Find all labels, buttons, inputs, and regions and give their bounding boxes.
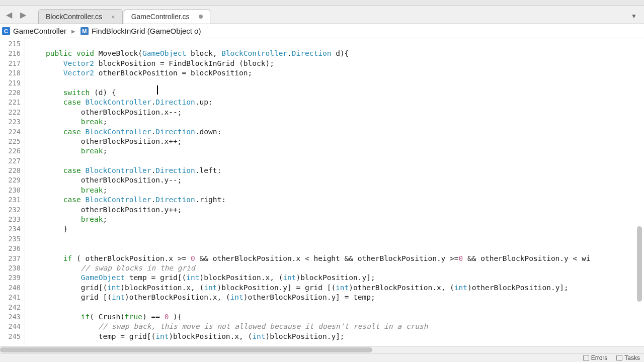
code-line: public void MoveBlock(GameObject block, …: [25, 49, 644, 58]
line-number: 231: [0, 195, 25, 205]
line-number: 225: [0, 137, 25, 146]
class-icon: C: [2, 27, 10, 35]
code-line: otherBlockPosition.x++;: [25, 137, 644, 146]
code-line: [25, 156, 644, 166]
line-gutter: 2152162172182192202212222232242252262272…: [0, 38, 25, 346]
line-number: 215: [0, 39, 25, 49]
code-line: otherBlockPosition.y++;: [25, 205, 644, 215]
line-number: 239: [0, 273, 25, 283]
code-line: }: [25, 224, 644, 234]
code-line: case BlockController.Direction.left:: [25, 166, 644, 175]
chevron-right-icon: ▸: [71, 27, 75, 36]
breadcrumb: C GameController ▸ M FindBlockInGrid (Ga…: [0, 24, 644, 38]
vertical-scrollbar[interactable]: [637, 40, 642, 337]
nav-forward-icon[interactable]: ▶: [16, 8, 30, 22]
tab-gamecontroller[interactable]: GameController.cs: [124, 9, 210, 24]
tab-bar: BlockController.cs × GameController.cs: [38, 9, 631, 24]
nav-back-icon[interactable]: ◀: [2, 8, 16, 22]
code-line: if( Crush(true) == 0 ){: [25, 312, 644, 322]
code-line: Vector2 blockPosition = FindBlockInGrid …: [25, 59, 644, 68]
scrollbar-thumb[interactable]: [0, 347, 372, 352]
line-number: 229: [0, 175, 25, 185]
line-number: 227: [0, 156, 25, 166]
tasks-icon: [616, 355, 622, 361]
line-number: 230: [0, 186, 25, 195]
line-number: 223: [0, 117, 25, 127]
breadcrumb-class[interactable]: GameController: [13, 27, 66, 35]
code-line: break;: [25, 215, 644, 224]
line-number: 234: [0, 224, 25, 234]
line-number: 238: [0, 263, 25, 273]
line-number: 243: [0, 312, 25, 322]
tab-label: BlockController.cs: [46, 13, 102, 21]
code-line: case BlockController.Direction.up:: [25, 98, 644, 107]
errors-icon: [583, 355, 589, 361]
code-line: grid [(int)otherBlockPosition.x, (int)ot…: [25, 293, 644, 302]
tab-label: GameController.cs: [131, 13, 190, 21]
line-number: 237: [0, 254, 25, 263]
nav-row: ◀ ▶ BlockController.cs × GameController.…: [0, 6, 644, 24]
line-number: 221: [0, 98, 25, 107]
code-editor[interactable]: 2152162172182192202212222232242252262272…: [0, 38, 644, 346]
method-icon: M: [80, 27, 89, 35]
code-line: break;: [25, 186, 644, 195]
code-line: [25, 234, 644, 244]
line-number: 236: [0, 244, 25, 253]
code-line: [25, 39, 644, 49]
code-line: otherBlockPosition.x--;: [25, 108, 644, 117]
text-cursor: [157, 85, 158, 95]
code-area[interactable]: public void MoveBlock(GameObject block, …: [25, 38, 644, 346]
code-line: GameObject temp = grid[(int)blockPositio…: [25, 273, 644, 283]
status-tasks[interactable]: Tasks: [616, 354, 640, 361]
code-line: if ( otherBlockPosition.x >= 0 && otherB…: [25, 254, 644, 263]
status-label: Tasks: [624, 354, 640, 361]
window-top-strip: [0, 0, 644, 6]
line-number: 240: [0, 283, 25, 293]
line-number: 245: [0, 332, 25, 341]
breadcrumb-method[interactable]: FindBlockInGrid (GameObject o): [92, 27, 201, 35]
line-number: 217: [0, 59, 25, 68]
code-line: [25, 244, 644, 253]
line-number: 235: [0, 234, 25, 244]
line-number: 226: [0, 146, 25, 156]
code-line: break;: [25, 146, 644, 156]
tab-blockcontroller[interactable]: BlockController.cs ×: [38, 9, 123, 24]
line-number: 244: [0, 322, 25, 331]
status-label: Errors: [591, 354, 608, 361]
line-number: 232: [0, 205, 25, 215]
dirty-indicator-icon: [199, 15, 203, 19]
horizontal-scrollbar[interactable]: [0, 346, 644, 353]
code-line: [25, 78, 644, 88]
line-number: 224: [0, 127, 25, 137]
status-bar: Errors Tasks: [0, 353, 644, 362]
line-number: 220: [0, 88, 25, 98]
line-number: 241: [0, 293, 25, 302]
code-line: temp = grid[(int)blockPosition.x, (int)b…: [25, 332, 644, 341]
line-number: 222: [0, 108, 25, 117]
tab-overflow-icon[interactable]: ▼: [631, 13, 637, 20]
status-errors[interactable]: Errors: [583, 354, 608, 361]
code-line: otherBlockPosition.y--;: [25, 175, 644, 185]
line-number: 216: [0, 49, 25, 58]
line-number: 218: [0, 68, 25, 78]
code-line: switch (d) {: [25, 88, 644, 98]
code-line: // swap blocks in the grid: [25, 263, 644, 273]
code-line: grid[(int)blockPosition.x, (int)blockPos…: [25, 283, 644, 293]
close-icon[interactable]: ×: [111, 13, 115, 21]
line-number: 219: [0, 78, 25, 88]
line-number: 242: [0, 303, 25, 312]
scrollbar-thumb[interactable]: [637, 226, 642, 302]
line-number: 233: [0, 215, 25, 224]
code-line: [25, 303, 644, 312]
code-line: // swap back, this move is not allowed b…: [25, 322, 644, 331]
code-line: case BlockController.Direction.right:: [25, 195, 644, 205]
code-line: case BlockController.Direction.down:: [25, 127, 644, 137]
code-line: Vector2 otherBlockPosition = blockPositi…: [25, 68, 644, 78]
line-number: 228: [0, 166, 25, 175]
code-line: break;: [25, 117, 644, 127]
